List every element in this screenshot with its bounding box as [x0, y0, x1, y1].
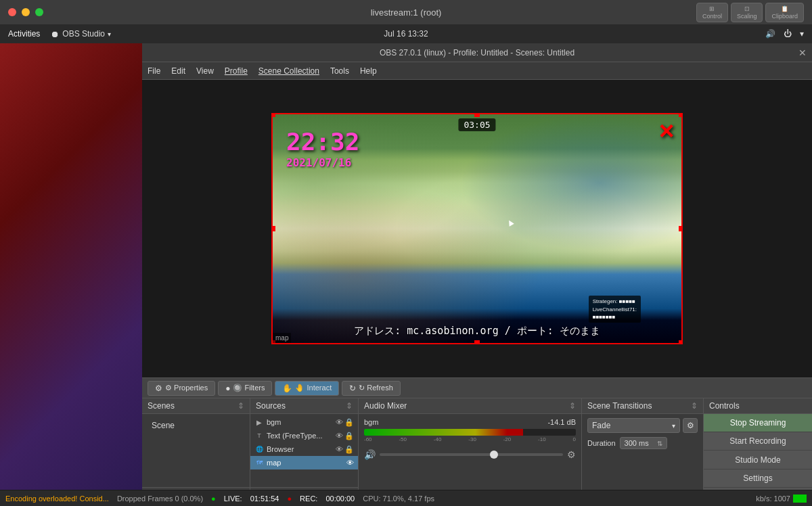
kbps-display: kb/s: 1007: [756, 495, 807, 503]
volume-slider[interactable]: [380, 453, 563, 456]
chat-overlay: Strategen: ■■■■■ LiveChannellist71: ■■■■…: [589, 296, 641, 323]
clipboard-button[interactable]: 📋 Clipboard: [765, 3, 804, 22]
preview-clock: 22:32: [286, 128, 359, 156]
source-item-map[interactable]: 🗺 map 👁: [250, 456, 358, 469]
rec-timer: 00:00:00: [325, 495, 355, 503]
handle-bottom-right[interactable]: [679, 340, 683, 344]
interact-button[interactable]: ✋ 🤚 Interact: [275, 381, 339, 396]
preview-canvas[interactable]: 03:05 22:32 2021/07/16 ✕ Strategen: ■■■■…: [271, 113, 683, 344]
status-dropped: Dropped Frames 0 (0.0%): [117, 495, 203, 503]
transitions-scroll-icon: ⇕: [691, 401, 698, 411]
handle-top-left[interactable]: [271, 113, 275, 117]
rec-label: REC:: [300, 495, 317, 503]
scenes-scroll-icon: ⇕: [238, 401, 244, 411]
interact-label: 🤚 Interact: [295, 384, 332, 392]
lock-icon-browser[interactable]: 🔒: [344, 445, 354, 454]
power-icon[interactable]: ⏻: [784, 29, 792, 39]
menu-scene-collection[interactable]: Scene Collection: [258, 66, 319, 76]
system-clock: Jul 16 13:32: [384, 29, 428, 39]
obs-window-title: OBS 27.0.1 (linux) - Profile: Untitled -…: [380, 48, 574, 58]
minimize-button[interactable]: [22, 8, 30, 16]
activities-button[interactable]: Activities: [8, 29, 40, 39]
scenes-header: Scenes ⇕: [142, 398, 250, 414]
source-type-icon-map: 🗺: [254, 458, 264, 467]
audio-meter-ticks: -60-50-40-30-20-100: [364, 436, 576, 442]
handle-top-mid[interactable]: [474, 113, 480, 117]
toolbar-right: ⊞ Control ⊡ Scaling 📋 Clipboard: [696, 3, 804, 22]
source-item-browser[interactable]: 🌐 Browser 👁 🔒: [250, 442, 358, 456]
chevron-down-icon: ▾: [672, 422, 675, 430]
obs-close-button[interactable]: ✕: [798, 47, 807, 58]
obs-taskbar-label[interactable]: ⏺ OBS Studio ▾: [51, 29, 111, 39]
filters-button[interactable]: ● 🔘 Filters: [218, 381, 272, 396]
scaling-button[interactable]: ⊡ Scaling: [731, 3, 763, 22]
handle-mid-left[interactable]: [271, 226, 275, 231]
stop-streaming-button[interactable]: Stop Streaming: [704, 414, 812, 432]
status-warning: Encoding overloaded! Consid...: [5, 495, 109, 503]
main-content: OBS 27.0.1 (linux) - Profile: Untitled -…: [0, 43, 812, 506]
volume-icon[interactable]: 🔊: [765, 29, 775, 39]
menu-view[interactable]: View: [196, 66, 214, 76]
transitions-gear-button[interactable]: ⚙: [683, 418, 698, 433]
menu-profile[interactable]: Profile: [225, 66, 248, 76]
audio-controls: 🔊 ⚙: [359, 446, 581, 463]
eye-icon-text[interactable]: 👁: [336, 432, 343, 440]
menu-edit[interactable]: Edit: [171, 66, 185, 76]
handle-mid-right[interactable]: [679, 226, 683, 231]
fade-dropdown[interactable]: Fade ▾: [587, 418, 680, 433]
audio-header: Audio Mixer ⇕: [359, 398, 581, 414]
properties-icon: ⚙: [155, 384, 162, 393]
studio-mode-button[interactable]: Studio Mode: [704, 451, 812, 469]
menu-tools[interactable]: Tools: [330, 66, 349, 76]
preview-timer: 03:05: [458, 118, 495, 131]
audio-settings-icon[interactable]: ⚙: [567, 449, 576, 460]
ubuntu-panel: Activities ⏺ OBS Studio ▾ Jul 16 13:32 🔊…: [0, 24, 812, 43]
filters-icon: ●: [225, 384, 230, 393]
preview-address: アドレス: mc.asobinon.org / ポート: そのまま: [273, 325, 681, 338]
obs-menubar: File Edit View Profile Scene Collection …: [142, 62, 812, 80]
source-type-icon-text: T: [254, 431, 264, 440]
settings-button[interactable]: Settings: [704, 469, 812, 488]
lock-icon-text[interactable]: 🔒: [344, 432, 354, 440]
mac-titlebar: livestream:1 (root) ⊞ Control ⊡ Scaling …: [0, 0, 812, 24]
cpu-fps-status: CPU: 71.0%, 4.17 fps: [363, 495, 434, 503]
duration-input[interactable]: 300 ms ⇅: [620, 437, 667, 449]
menu-file[interactable]: File: [148, 66, 160, 76]
transitions-header: Scene Transitions ⇕: [582, 398, 703, 414]
refresh-icon: ↻: [349, 384, 356, 393]
source-type-icon-bgm: ▶: [254, 417, 264, 427]
audio-meter: [364, 429, 576, 436]
live-label: LIVE:: [224, 495, 242, 503]
properties-button[interactable]: ⚙ ⚙ Properties: [148, 381, 215, 396]
window-title: livestream:1 (root): [371, 7, 442, 18]
menu-help[interactable]: Help: [360, 66, 377, 76]
source-item-bgm[interactable]: ▶ bgm 👁 🔒: [250, 415, 358, 429]
duration-spinner-icon[interactable]: ⇅: [657, 440, 662, 447]
settings-indicator[interactable]: ▾: [800, 29, 804, 39]
control-button[interactable]: ⊞ Control: [696, 3, 728, 22]
sources-scroll-icon: ⇕: [346, 401, 353, 411]
eye-icon-bgm[interactable]: 👁: [336, 418, 343, 426]
desktop-background: [0, 43, 142, 506]
start-recording-button[interactable]: Start Recording: [704, 432, 812, 451]
close-button[interactable]: [8, 8, 16, 16]
eye-icon-map[interactable]: 👁: [346, 459, 354, 467]
preview-label: map: [273, 333, 291, 343]
sources-list: ▶ bgm 👁 🔒 T Text (FreeType... 👁 🔒: [250, 414, 358, 487]
audio-meter-bar: [364, 429, 523, 436]
handle-top-right[interactable]: [679, 113, 683, 117]
window-controls[interactable]: [8, 8, 43, 16]
lock-icon-bgm[interactable]: 🔒: [344, 418, 354, 427]
audio-scroll-icon: ⇕: [569, 401, 576, 411]
source-type-icon-browser: 🌐: [254, 444, 264, 454]
transitions-content: Fade ▾ ⚙ Duration 300 ms ⇅: [582, 414, 703, 453]
handle-bottom-mid[interactable]: [474, 340, 480, 344]
preview-x-icon: ✕: [658, 120, 675, 143]
scene-item-scene[interactable]: Scene: [148, 418, 244, 433]
maximize-button[interactable]: [35, 8, 43, 16]
preview-date: 2021/07/16: [286, 156, 351, 169]
volume-slider-thumb: [490, 451, 498, 459]
eye-icon-browser[interactable]: 👁: [336, 445, 343, 453]
source-item-text[interactable]: T Text (FreeType... 👁 🔒: [250, 429, 358, 442]
refresh-button[interactable]: ↻ ↻ Refresh: [342, 381, 401, 396]
